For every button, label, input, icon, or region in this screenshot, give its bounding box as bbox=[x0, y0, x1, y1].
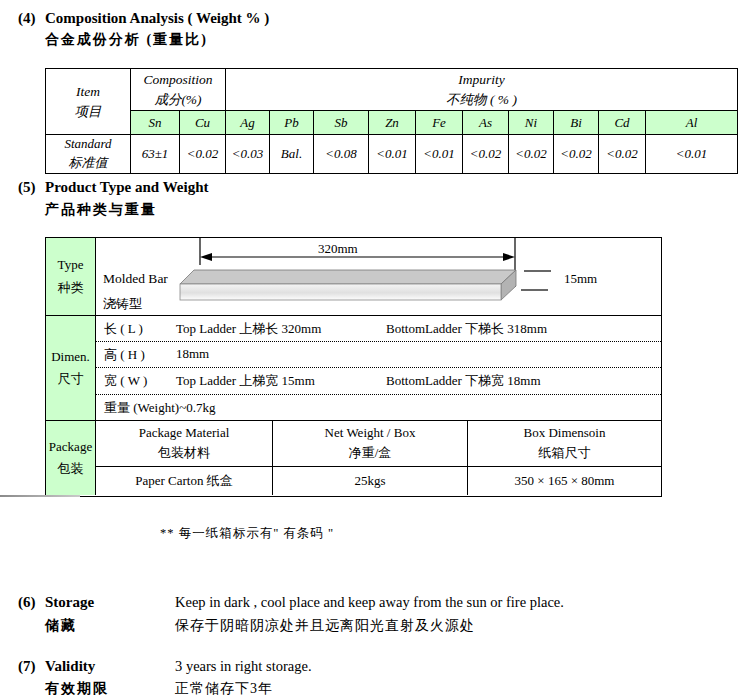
dimension-label-cell: Dimen. 尺寸 bbox=[46, 316, 96, 420]
element-zn: Zn bbox=[369, 111, 416, 135]
element-ag: Ag bbox=[226, 111, 270, 135]
section6-text-en: Keep in dark , cool place and keep away … bbox=[175, 594, 564, 611]
box-dimension-zh: 纸箱尺寸 bbox=[539, 444, 591, 462]
type-label-cell: Type 种类 bbox=[46, 238, 96, 315]
box-dimension-header: Box Dimensoin 纸箱尺寸 bbox=[468, 421, 661, 466]
dim-length-bottom: BottomLadder 下梯长 318mm bbox=[386, 320, 547, 338]
barcode-footnote: ** 每一纸箱标示有" 有条码 " bbox=[160, 525, 334, 542]
box-dimension-value: 350 × 165 × 80mm bbox=[468, 467, 661, 495]
type-row: Type 种类 Molded Bar 浇铸型 bbox=[46, 238, 661, 316]
package-content: Package Material 包装材料 Net Weight / Box 净… bbox=[96, 421, 661, 495]
section4-title-zh: 合金成份分析 (重量比) bbox=[45, 31, 208, 49]
value-ag: <0.03 bbox=[226, 135, 270, 174]
element-cu: Cu bbox=[180, 111, 226, 135]
element-ni: Ni bbox=[509, 111, 554, 135]
section6-title-en: Storage bbox=[45, 594, 94, 611]
composition-table: Item 项目 Composition 成分(%) Impurity 不纯物 (… bbox=[45, 68, 738, 174]
dim-height-name: 高 ( H ) bbox=[104, 346, 145, 364]
impurity-header-zh: 不纯物 ( % ) bbox=[226, 90, 737, 110]
composition-header-en: Composition bbox=[131, 70, 225, 90]
section5-number: (5) bbox=[18, 179, 36, 196]
value-zn: <0.01 bbox=[369, 135, 416, 174]
value-sb: <0.08 bbox=[314, 135, 369, 174]
section6-text-zh: 保存于阴暗阴凉处并且远离阳光直射及火源处 bbox=[175, 617, 475, 635]
value-as: <0.02 bbox=[463, 135, 509, 174]
net-weight-en: Net Weight / Box bbox=[325, 425, 416, 441]
type-label-zh: 种类 bbox=[58, 277, 84, 299]
package-header-subrow: Package Material 包装材料 Net Weight / Box 净… bbox=[96, 421, 661, 467]
element-header-row: Sn Cu Ag Pb Sb Zn Fe As Ni Bi Cd Al bbox=[46, 111, 738, 135]
box-dimension-en: Box Dimensoin bbox=[524, 425, 606, 441]
package-label-cell: Package 包装 bbox=[46, 421, 96, 495]
page-artifact-line bbox=[0, 495, 80, 497]
element-as: As bbox=[463, 111, 509, 135]
element-pb: Pb bbox=[270, 111, 314, 135]
value-fe: <0.01 bbox=[416, 135, 463, 174]
section7-number: (7) bbox=[18, 658, 36, 675]
dimension-line-width: 宽 ( W ) Top Ladder 上梯宽 15mm BottomLadder… bbox=[96, 368, 661, 395]
standard-label-cell: Standard 标准值 bbox=[46, 135, 131, 174]
section5-title-zh: 产品种类与重量 bbox=[45, 201, 157, 219]
dim-length-top: Top Ladder 上梯长 320mm bbox=[176, 320, 321, 338]
net-weight-header: Net Weight / Box 净重/盒 bbox=[273, 421, 468, 466]
type-label-en: Type bbox=[58, 254, 84, 276]
section7-title-en: Validity bbox=[45, 658, 95, 675]
item-header-zh: 项目 bbox=[46, 102, 130, 122]
bar-thickness-label: 15mm bbox=[564, 271, 597, 287]
section7-text-zh: 正常储存下3年 bbox=[175, 680, 273, 695]
section6-number: (6) bbox=[18, 594, 36, 611]
dimension-label-zh: 尺寸 bbox=[58, 368, 84, 390]
value-ni: <0.02 bbox=[509, 135, 554, 174]
section7-text-en: 3 years in right storage. bbox=[175, 658, 312, 675]
element-sb: Sb bbox=[314, 111, 369, 135]
value-cu: <0.02 bbox=[180, 135, 226, 174]
section7-title-zh: 有效期限 bbox=[45, 680, 109, 695]
dim-width-bottom: BottomLadder 下梯宽 18mm bbox=[386, 372, 541, 390]
impurity-header-cell: Impurity 不纯物 ( % ) bbox=[226, 69, 738, 111]
value-al: <0.01 bbox=[646, 135, 738, 174]
standard-label-zh: 标准值 bbox=[46, 154, 130, 173]
section4-number: (4) bbox=[18, 10, 36, 27]
section5-title-en: Product Type and Weight bbox=[45, 179, 209, 196]
dimension-label-en: Dimen. bbox=[51, 346, 90, 368]
item-header-cell: Item 项目 bbox=[46, 69, 131, 135]
dimension-line-weight: 重量 (Weight)~0.7kg bbox=[96, 395, 661, 421]
package-material-zh: 包装材料 bbox=[158, 444, 210, 462]
dimension-line-length: 长 ( L ) Top Ladder 上梯长 320mm BottomLadde… bbox=[96, 316, 661, 342]
package-row: Package 包装 Package Material 包装材料 Net Wei… bbox=[46, 421, 661, 495]
bar-length-label: 320mm bbox=[318, 241, 358, 257]
item-header-en: Item bbox=[46, 82, 130, 102]
dim-width-top: Top Ladder 上梯宽 15mm bbox=[176, 372, 315, 390]
package-label-zh: 包装 bbox=[58, 458, 84, 480]
dim-length-name: 长 ( L ) bbox=[104, 320, 143, 338]
dimension-line-height: 高 ( H ) 18mm bbox=[96, 342, 661, 368]
net-weight-zh: 净重/盒 bbox=[349, 444, 392, 462]
standard-values-row: Standard 标准值 63±1 <0.02 <0.03 Bal. <0.08… bbox=[46, 135, 738, 174]
spec-document-page: (4) Composition Analysis ( Weight % ) 合金… bbox=[0, 0, 750, 695]
dimension-row: Dimen. 尺寸 长 ( L ) Top Ladder 上梯长 320mm B… bbox=[46, 316, 661, 421]
net-weight-value: 25kgs bbox=[273, 467, 468, 495]
dim-weight-name: 重量 (Weight)~0.7kg bbox=[104, 399, 215, 417]
value-bi: <0.02 bbox=[554, 135, 599, 174]
package-material-header: Package Material 包装材料 bbox=[96, 421, 273, 466]
value-cd: <0.02 bbox=[599, 135, 646, 174]
element-fe: Fe bbox=[416, 111, 463, 135]
package-value-subrow: Paper Carton 纸盒 25kgs 350 × 165 × 80mm bbox=[96, 467, 661, 495]
impurity-header-en: Impurity bbox=[226, 70, 737, 90]
package-label-en: Package bbox=[49, 436, 92, 458]
element-cd: Cd bbox=[599, 111, 646, 135]
type-content: Molded Bar 浇铸型 bbox=[96, 238, 661, 315]
element-al: Al bbox=[646, 111, 738, 135]
product-table: Type 种类 Molded Bar 浇铸型 bbox=[45, 237, 662, 497]
section6-title-zh: 储藏 bbox=[45, 617, 77, 635]
section4-title-en: Composition Analysis ( Weight % ) bbox=[45, 10, 269, 27]
dimension-content: 长 ( L ) Top Ladder 上梯长 320mm BottomLadde… bbox=[96, 316, 661, 420]
element-bi: Bi bbox=[554, 111, 599, 135]
element-sn: Sn bbox=[131, 111, 180, 135]
package-material-value: Paper Carton 纸盒 bbox=[96, 467, 273, 495]
composition-header-zh: 成分(%) bbox=[131, 90, 225, 110]
package-material-en: Package Material bbox=[139, 425, 230, 441]
composition-header-cell: Composition 成分(%) bbox=[131, 69, 226, 111]
value-pb: Bal. bbox=[270, 135, 314, 174]
value-sn: 63±1 bbox=[131, 135, 180, 174]
